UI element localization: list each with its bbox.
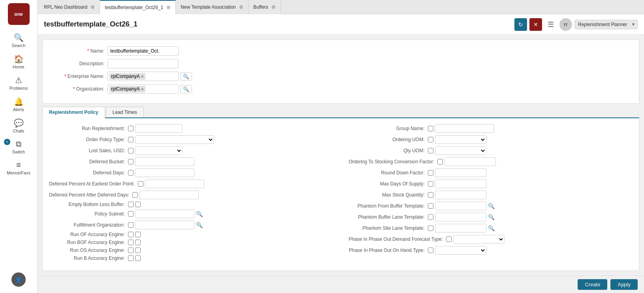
tab-new-template[interactable]: New Template Association ⊗ bbox=[176, 0, 249, 14]
sidebar-item-search[interactable]: 🔍 Search bbox=[0, 30, 37, 51]
organization-search-button[interactable]: 🔍 bbox=[180, 85, 192, 93]
tab-rpl-dashboard[interactable]: RPL Neo Dashboard ⊗ bbox=[39, 0, 100, 14]
phase-onhand-select[interactable] bbox=[435, 246, 486, 255]
sidebar-item-alerts[interactable]: 🔔 Alerts bbox=[0, 94, 37, 115]
deferred-days-checkbox[interactable] bbox=[128, 170, 134, 176]
run-b-accuracy-checkbox2[interactable] bbox=[135, 255, 141, 261]
phantom-buffer-search[interactable]: 🔍 bbox=[486, 203, 496, 209]
menus-icon: ≡ bbox=[16, 161, 21, 170]
sidebar-item-problems[interactable]: ⚠ Problems bbox=[0, 72, 37, 94]
policy-subnet-input[interactable] bbox=[135, 210, 194, 218]
phantom-buffer-input[interactable] bbox=[435, 202, 486, 210]
apply-button[interactable]: Apply bbox=[610, 279, 638, 290]
run-of-accuracy-checkbox2[interactable] bbox=[135, 232, 141, 237]
run-replenishment-checkbox[interactable] bbox=[128, 126, 134, 131]
role-dropdown[interactable]: Replenishment Planner Admin Viewer bbox=[574, 20, 638, 29]
enterprise-tag-remove[interactable]: × bbox=[141, 74, 144, 79]
phase-demand-checkbox[interactable] bbox=[446, 236, 452, 242]
fulfillment-org-checkbox[interactable] bbox=[128, 222, 134, 228]
deferred-percent-earliest-checkbox[interactable] bbox=[138, 181, 143, 187]
close-button[interactable]: ✕ bbox=[529, 18, 542, 31]
max-days-input[interactable] bbox=[435, 180, 486, 188]
tab-buffers-close[interactable]: ⊗ bbox=[271, 4, 276, 10]
policy-subnet-checkbox[interactable] bbox=[128, 211, 134, 217]
ordering-uom-select[interactable] bbox=[435, 135, 486, 144]
sidebar-item-chats[interactable]: 💬 Chats bbox=[0, 115, 37, 136]
empty-bottom-less-checkbox2[interactable] bbox=[135, 202, 141, 207]
name-input[interactable] bbox=[107, 46, 179, 56]
phantom-buffer-checkbox[interactable] bbox=[428, 203, 433, 209]
round-down-input[interactable] bbox=[435, 168, 486, 177]
deferred-percent-earliest-input[interactable] bbox=[145, 180, 204, 188]
deferred-bucket-checkbox[interactable] bbox=[128, 159, 134, 164]
fulfillment-org-search[interactable]: 🔍 bbox=[194, 222, 204, 228]
enterprise-search-button[interactable]: 🔍 bbox=[180, 72, 192, 81]
ordering-stocking-input[interactable] bbox=[444, 157, 496, 166]
phantom-lane-label: Phantom Buffer Lane Template: bbox=[349, 214, 428, 220]
tab-testbuffer[interactable]: testbuffertemplate_Oct26_1 ⊗ bbox=[100, 0, 176, 14]
phantom-site-search[interactable]: 🔍 bbox=[486, 225, 496, 231]
run-bof-accuracy-checkbox1[interactable] bbox=[128, 240, 134, 245]
organization-input[interactable]: rplCompanyA × bbox=[107, 84, 179, 94]
deferred-percent-after-checkbox[interactable] bbox=[132, 192, 138, 198]
deferred-bucket-input[interactable] bbox=[135, 157, 194, 166]
order-policy-type-checkbox[interactable] bbox=[128, 137, 134, 142]
organization-tag-remove[interactable]: × bbox=[141, 86, 144, 92]
max-stock-row: Max Stock Quantity: bbox=[349, 189, 633, 200]
deferred-days-input[interactable] bbox=[135, 168, 194, 177]
group-name-checkbox[interactable] bbox=[428, 126, 433, 131]
round-down-checkbox[interactable] bbox=[428, 170, 433, 176]
deferred-percent-after-input[interactable] bbox=[139, 191, 199, 199]
chat-icon: 💬 bbox=[14, 118, 24, 128]
description-input[interactable] bbox=[107, 59, 179, 68]
phantom-lane-input[interactable] bbox=[435, 213, 486, 221]
phase-onhand-checkbox[interactable] bbox=[428, 248, 433, 253]
lost-sales-select[interactable] bbox=[135, 146, 183, 155]
policy-right-column: Group Name: Ordering UOM: bbox=[349, 123, 633, 262]
qty-uom-checkbox[interactable] bbox=[428, 148, 433, 153]
sidebar-label-switch: Switch bbox=[12, 149, 25, 154]
hamburger-menu-button[interactable]: ☰ bbox=[544, 19, 557, 30]
sidebar-item-switch[interactable]: ⧉ Switch + bbox=[0, 136, 37, 157]
phantom-site-checkbox[interactable] bbox=[428, 225, 433, 231]
tab-new-template-close[interactable]: ⊗ bbox=[239, 4, 243, 10]
run-os-accuracy-row: Run OS Accuracy Engine: bbox=[49, 246, 333, 254]
tab-replenishment-policy[interactable]: Replenishment Policy bbox=[42, 107, 105, 118]
tab-buffers[interactable]: Buffers ⊗ bbox=[249, 0, 281, 14]
phantom-buffer-row: Phantom From Buffer Template: 🔍 bbox=[349, 200, 633, 212]
max-days-checkbox[interactable] bbox=[428, 181, 433, 187]
run-bof-accuracy-checkbox2[interactable] bbox=[135, 240, 141, 245]
ordering-uom-checkbox[interactable] bbox=[428, 137, 433, 142]
ordering-stocking-checkbox[interactable] bbox=[437, 159, 443, 164]
policy-section: Replenishment Policy Lead Times Run Repl… bbox=[42, 107, 639, 271]
run-b-accuracy-row: Run B Accuracy Engine: bbox=[49, 254, 333, 262]
phase-demand-select[interactable] bbox=[453, 235, 505, 244]
sidebar-item-home[interactable]: 🏠 Home bbox=[0, 51, 37, 72]
run-b-accuracy-checkbox1[interactable] bbox=[128, 255, 134, 261]
max-stock-input[interactable] bbox=[435, 191, 486, 199]
max-stock-checkbox[interactable] bbox=[428, 192, 433, 198]
policy-subnet-search[interactable]: 🔍 bbox=[194, 211, 204, 217]
group-name-input[interactable] bbox=[435, 124, 494, 133]
tab-lead-times[interactable]: Lead Times bbox=[106, 107, 144, 117]
role-selector[interactable]: Replenishment Planner Admin Viewer bbox=[574, 20, 638, 29]
sidebar-item-menus[interactable]: ≡ Menus/Favs bbox=[0, 157, 37, 178]
fulfillment-org-input[interactable] bbox=[135, 221, 194, 229]
create-button[interactable]: Create bbox=[578, 279, 607, 290]
phantom-lane-checkbox[interactable] bbox=[428, 214, 433, 220]
qty-uom-select[interactable] bbox=[435, 146, 486, 155]
phantom-site-input[interactable] bbox=[435, 224, 486, 233]
run-os-accuracy-checkbox1[interactable] bbox=[128, 248, 134, 253]
tab-rpl-dashboard-close[interactable]: ⊗ bbox=[90, 4, 95, 10]
empty-bottom-less-checkbox[interactable] bbox=[128, 202, 134, 207]
sidebar-item-avatar[interactable]: 👤 bbox=[0, 269, 37, 290]
refresh-button[interactable]: ↻ bbox=[514, 18, 527, 31]
run-of-accuracy-checkbox1[interactable] bbox=[128, 232, 134, 237]
lost-sales-checkbox[interactable] bbox=[128, 148, 134, 153]
phantom-lane-search[interactable]: 🔍 bbox=[486, 214, 496, 220]
run-replenishment-input[interactable] bbox=[135, 124, 183, 133]
order-policy-type-select[interactable] bbox=[135, 135, 214, 144]
tab-testbuffer-close[interactable]: ⊗ bbox=[166, 4, 171, 10]
enterprise-input[interactable]: rplCompanyA × bbox=[107, 72, 179, 81]
run-os-accuracy-checkbox2[interactable] bbox=[135, 248, 141, 253]
